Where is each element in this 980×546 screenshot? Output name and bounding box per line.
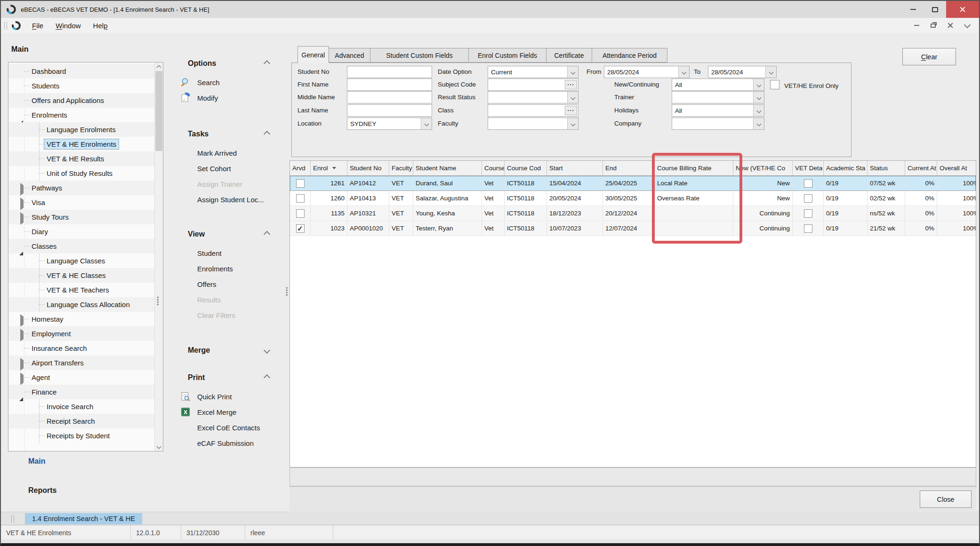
class-input[interactable]: ···: [488, 104, 578, 117]
cell-overall-at[interactable]: 100%: [937, 191, 976, 206]
tree-item-offers-and-applications[interactable]: Offers and Applications: [9, 93, 154, 108]
cell-student-name[interactable]: Durand, Saul: [413, 176, 482, 190]
cell-vet-deta[interactable]: [793, 191, 824, 206]
tree-item-language-classes[interactable]: Language Classes: [9, 253, 154, 268]
collapsed-arrow-icon[interactable]: [19, 360, 25, 366]
tree-item-agent[interactable]: Agent: [9, 370, 154, 385]
scroll-down-icon[interactable]: [155, 443, 163, 451]
column-header-arvd[interactable]: Arvd: [290, 161, 311, 175]
scrollbar-thumb[interactable]: [155, 71, 162, 151]
first-name-input[interactable]: [347, 79, 432, 91]
cell-end[interactable]: 12/07/2024: [603, 221, 655, 236]
cell-enrol[interactable]: 1260: [311, 191, 347, 206]
chevron-down-icon[interactable]: [753, 105, 764, 116]
chevron-down-icon[interactable]: [264, 347, 270, 354]
ellipsis-button[interactable]: ···: [565, 106, 577, 115]
tab-general[interactable]: General: [297, 46, 329, 63]
cell-status[interactable]: 07/52 wk: [868, 176, 905, 190]
table-row[interactable]: 1023AP0001020VETTesterr, RyanVetICT50118…: [290, 221, 976, 236]
cell-course-cod[interactable]: ICT50118: [505, 176, 547, 190]
expanded-arrow-icon[interactable]: [19, 112, 25, 118]
cell-student-no[interactable]: AP0001020: [347, 221, 389, 236]
cell-arvd[interactable]: [290, 221, 311, 236]
middle-name-input[interactable]: [347, 91, 432, 103]
cell-student-name[interactable]: Young, Kesha: [413, 206, 482, 221]
column-header-academic-sta[interactable]: Academic Sta: [824, 161, 868, 175]
splitter-handle-left[interactable]: ••••: [157, 296, 159, 306]
cell-course-cod[interactable]: ICT50118: [505, 206, 547, 221]
action-ecaf-submission[interactable]: eCAF Submission: [166, 435, 283, 451]
mdi-chevron-down-icon[interactable]: [964, 21, 971, 28]
cell-start[interactable]: 10/07/2023: [547, 221, 603, 236]
tree-item-enrolments[interactable]: Enrolments: [9, 108, 154, 122]
cell-current-at[interactable]: 0%: [905, 176, 937, 190]
tree-item-vet-he-results[interactable]: VET & HE Results: [9, 151, 154, 166]
cell-end[interactable]: 30/05/2025: [603, 191, 655, 206]
minimize-button[interactable]: [902, 1, 924, 18]
new-continuing-dropdown[interactable]: All: [672, 79, 764, 91]
collapsed-arrow-icon[interactable]: [19, 214, 25, 220]
cell-enrol[interactable]: 1023: [311, 221, 347, 236]
company-dropdown[interactable]: [672, 118, 764, 130]
cell-current-at[interactable]: 0%: [905, 191, 937, 206]
cell-student-no[interactable]: AP10413: [347, 191, 389, 206]
column-header-end[interactable]: End: [603, 161, 655, 175]
cell-faculty[interactable]: VET: [389, 176, 413, 190]
cell-faculty[interactable]: VET: [389, 221, 413, 236]
chevron-down-icon[interactable]: [765, 66, 776, 78]
action-quick-print[interactable]: Quick Print: [166, 389, 283, 404]
column-header-course-cod[interactable]: Course Cod: [505, 161, 547, 175]
column-header-student-no[interactable]: Student No: [347, 161, 389, 175]
collapsed-arrow-icon[interactable]: [19, 375, 25, 380]
expanded-arrow-icon[interactable]: [19, 389, 25, 395]
ellipsis-button[interactable]: ···: [565, 80, 577, 89]
chevron-down-icon[interactable]: [753, 92, 764, 103]
chevron-up-icon[interactable]: [264, 231, 270, 237]
cell-arvd[interactable]: [290, 176, 311, 190]
chevron-down-icon[interactable]: [753, 118, 764, 129]
chevron-up-icon[interactable]: [264, 374, 270, 381]
holidays-dropdown[interactable]: All: [672, 104, 764, 117]
cell-faculty[interactable]: VET: [389, 191, 413, 206]
section-options-header[interactable]: Options: [166, 57, 283, 70]
column-header-student-name[interactable]: Student Name: [413, 161, 482, 175]
clear-button[interactable]: Clear: [902, 48, 956, 65]
close-window-button[interactable]: [946, 1, 979, 18]
chevron-up-icon[interactable]: [264, 60, 270, 67]
cell-vet-deta[interactable]: [793, 206, 824, 221]
cell-status[interactable]: ns/52 wk: [868, 206, 905, 221]
cell-enrol[interactable]: 1135: [311, 206, 347, 221]
action-modify[interactable]: Modify: [166, 90, 283, 106]
row-checkbox[interactable]: [804, 179, 812, 188]
faculty-dropdown[interactable]: [488, 118, 578, 130]
tab-attendance-period[interactable]: Attendance Period: [592, 48, 667, 63]
action-offers[interactable]: Offers: [166, 277, 283, 292]
action-excel-merge[interactable]: XExcel Merge: [166, 404, 283, 420]
tab-advanced[interactable]: Advanced: [329, 48, 370, 63]
tree-item-receipts-by-student[interactable]: Receipts by Student: [9, 428, 154, 443]
cell-course[interactable]: Vet: [482, 221, 505, 236]
cell-end[interactable]: 20/12/2024: [603, 206, 655, 221]
cell-academic-sta[interactable]: 0/19: [824, 176, 868, 190]
chevron-down-icon[interactable]: [753, 79, 764, 90]
tree-item-pathways[interactable]: Pathways: [9, 181, 154, 195]
tree-item-visa[interactable]: Visa: [9, 195, 154, 210]
section-merge-header[interactable]: Merge: [166, 344, 283, 356]
cell-status[interactable]: 21/52 wk: [868, 221, 905, 236]
tree-item-diary[interactable]: Diary: [9, 224, 154, 239]
collapsed-arrow-icon[interactable]: [19, 185, 25, 191]
cell-status[interactable]: 02/52 wk: [868, 191, 905, 206]
tree-item-classes[interactable]: Classes: [9, 239, 154, 253]
tree-item-homestay[interactable]: Homestay: [9, 312, 154, 326]
tree-item-vet-he-classes[interactable]: VET & HE Classes: [9, 268, 154, 283]
location-dropdown[interactable]: SYDNEY: [347, 118, 432, 130]
cell-start[interactable]: 20/05/2024: [547, 191, 603, 206]
maximize-button[interactable]: [924, 1, 946, 18]
date-option-dropdown[interactable]: Current: [488, 66, 578, 78]
cell-vet-deta[interactable]: [793, 176, 824, 190]
mdi-close-icon[interactable]: [947, 22, 954, 29]
chevron-down-icon[interactable]: [567, 66, 578, 78]
cell-enrol[interactable]: 1261: [311, 176, 347, 190]
action-enrolments[interactable]: Enrolments: [166, 261, 283, 277]
result-status-dropdown[interactable]: [488, 91, 578, 103]
